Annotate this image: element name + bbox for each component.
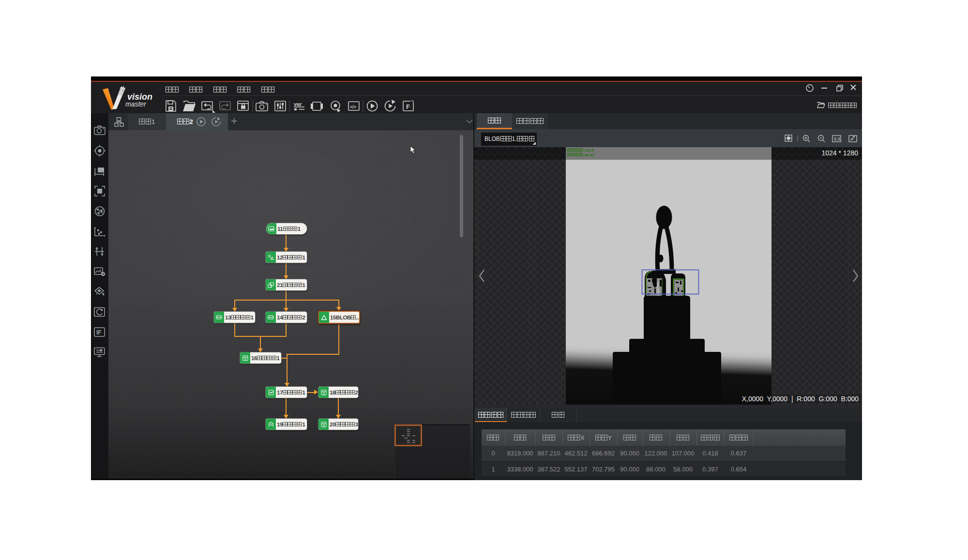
svg-text:IF: IF bbox=[96, 329, 102, 336]
svg-text:F: F bbox=[406, 103, 410, 110]
svg-text:var: var bbox=[294, 101, 302, 107]
svg-text:1:1: 1:1 bbox=[834, 136, 840, 141]
svg-text:</>: </> bbox=[350, 105, 356, 109]
svg-text:master: master bbox=[125, 100, 147, 108]
